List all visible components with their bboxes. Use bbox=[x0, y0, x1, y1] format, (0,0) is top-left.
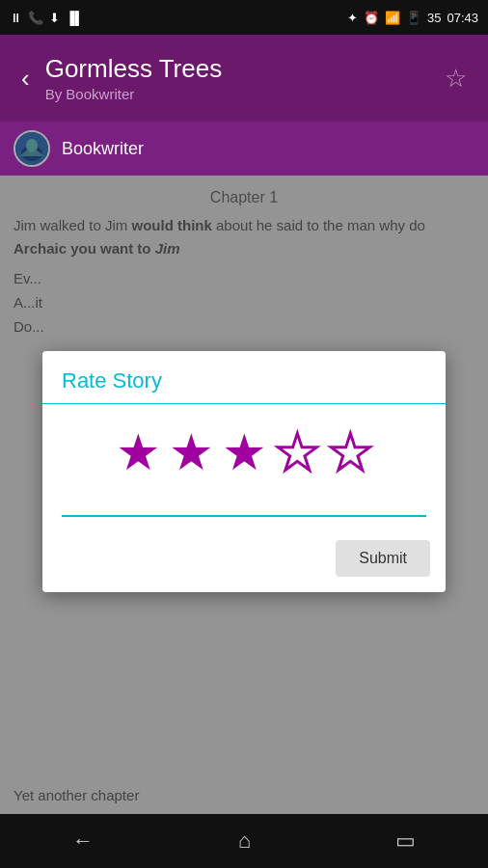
author-prefix: By bbox=[45, 86, 67, 102]
dialog-title: Rate Story bbox=[42, 351, 446, 403]
bluetooth-icon: ✦ bbox=[347, 11, 358, 25]
star-1[interactable]: ★ bbox=[116, 427, 161, 477]
review-input[interactable] bbox=[62, 491, 426, 517]
author-avatar bbox=[14, 130, 50, 167]
star-3[interactable]: ★ bbox=[222, 427, 267, 477]
rate-story-dialog: Rate Story ★ ★ ★ ★ ★ Submit bbox=[42, 351, 446, 592]
status-right-icons: ✦ ⏰ 📶 📱 35 07:43 bbox=[347, 11, 478, 25]
header-text: Gormless Trees By Bookwriter bbox=[45, 54, 437, 102]
star-2[interactable]: ★ bbox=[169, 427, 214, 477]
nav-bar: ← ⌂ ▭ bbox=[0, 814, 488, 868]
dialog-footer: Submit bbox=[42, 532, 446, 592]
barcode-icon: ▐▌ bbox=[66, 11, 83, 25]
author-name-bar: Bookwriter bbox=[62, 139, 144, 159]
nav-back-button[interactable]: ← bbox=[72, 828, 94, 854]
status-bar: ⏸ 📞 ⬇ ▐▌ ✦ ⏰ 📶 📱 35 07:43 bbox=[0, 0, 488, 35]
header: ‹ Gormless Trees By Bookwriter ☆ bbox=[0, 35, 488, 122]
status-left-icons: ⏸ 📞 ⬇ ▐▌ bbox=[10, 11, 83, 25]
star-5[interactable]: ★ bbox=[328, 427, 373, 477]
book-title: Gormless Trees bbox=[45, 54, 437, 84]
author-bar: Bookwriter bbox=[0, 122, 488, 176]
download-icon: ⬇ bbox=[49, 11, 60, 25]
clock-icon: ⏰ bbox=[364, 11, 379, 25]
dialog-divider bbox=[42, 403, 446, 404]
svg-point-2 bbox=[26, 139, 38, 152]
nav-home-button[interactable]: ⌂ bbox=[238, 828, 251, 854]
wifi-icon: 📶 bbox=[385, 11, 400, 25]
signal-icon: 📱 bbox=[406, 11, 421, 25]
submit-button[interactable]: Submit bbox=[336, 540, 430, 577]
nav-recent-button[interactable]: ▭ bbox=[395, 828, 416, 854]
star-4[interactable]: ★ bbox=[275, 427, 320, 477]
page-content: ‹ Gormless Trees By Bookwriter ☆ Bookwri… bbox=[0, 35, 488, 868]
battery-label: 35 bbox=[427, 11, 441, 25]
stars-container: ★ ★ ★ ★ ★ bbox=[42, 414, 446, 491]
bookmark-button[interactable]: ☆ bbox=[437, 60, 474, 97]
back-button[interactable]: ‹ bbox=[14, 60, 38, 97]
time-display: 07:43 bbox=[447, 11, 478, 25]
phone-icon: 📞 bbox=[28, 11, 43, 25]
author-name-header: Bookwriter bbox=[66, 86, 134, 102]
main-content: Chapter 1 Jim walked to Jim would think … bbox=[0, 176, 488, 814]
book-author: By Bookwriter bbox=[45, 86, 437, 102]
pause-icon: ⏸ bbox=[10, 11, 22, 25]
